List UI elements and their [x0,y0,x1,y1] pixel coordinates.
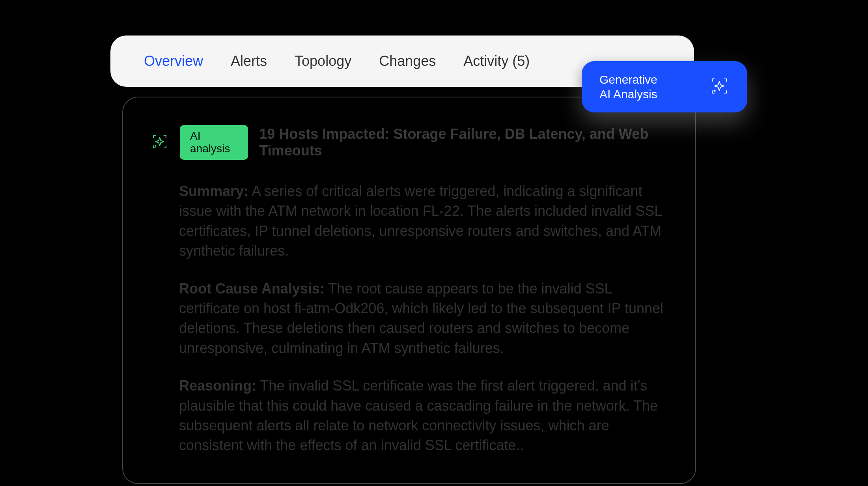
tab-alerts[interactable]: Alerts [231,53,267,69]
reasoning-paragraph: Reasoning: The invalid SSL certificate w… [179,376,668,456]
tab-overview[interactable]: Overview [144,53,203,69]
sparkle-icon [709,76,730,98]
ai-analysis-panel: AI analysis 19 Hosts Impacted: Storage F… [122,97,696,484]
tab-changes[interactable]: Changes [379,53,436,69]
tab-activity[interactable]: Activity (5) [463,53,530,69]
sparkle-icon [151,133,169,152]
rca-paragraph: Root Cause Analysis: The root cause appe… [179,279,668,359]
summary-label: Summary: [179,183,248,199]
svg-point-1 [155,145,156,146]
summary-paragraph: Summary: A series of critical alerts wer… [179,181,668,261]
panel-title: 19 Hosts Impacted: Storage Failure, DB L… [259,126,668,159]
tab-topology[interactable]: Topology [295,53,351,69]
svg-point-0 [714,90,716,92]
reasoning-label: Reasoning: [179,378,256,394]
gen-ai-line2: AI Analysis [599,87,657,102]
panel-header: AI analysis 19 Hosts Impacted: Storage F… [151,125,668,160]
panel-body: Summary: A series of critical alerts wer… [151,181,668,456]
gen-ai-button-label: Generative AI Analysis [599,72,657,102]
generative-ai-analysis-button[interactable]: Generative AI Analysis [582,61,747,112]
gen-ai-line1: Generative [599,72,657,87]
rca-label: Root Cause Analysis: [179,280,325,297]
ai-analysis-badge: AI analysis [180,125,248,160]
summary-text: A series of critical alerts were trigger… [179,183,662,259]
